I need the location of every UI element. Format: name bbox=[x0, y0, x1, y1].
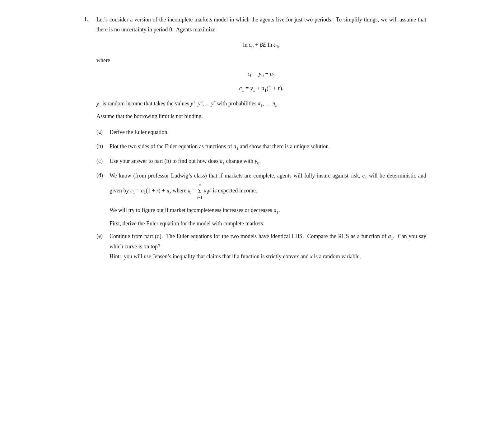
sub-items: (a) Derive the Euler equation. (b) Plot … bbox=[96, 127, 426, 261]
sub-item-a: (a) Derive the Euler equation. bbox=[96, 127, 426, 137]
sub-body-e: Continue from part (d). The Euler equati… bbox=[110, 232, 426, 261]
problem-item: 1. Let’s consider a version of the incom… bbox=[84, 15, 426, 266]
sub-body-c: Use your answer to part (b) to find out … bbox=[110, 156, 426, 167]
intro-paragraph: Let’s consider a version of the incomple… bbox=[96, 15, 426, 35]
sub-body-b: Plot the two sides of the Euler equation… bbox=[110, 142, 426, 152]
sub-item-c: (c) Use your answer to part (b) to find … bbox=[96, 156, 426, 167]
sub-body-d: We know (from professor Ludwig’s class) … bbox=[110, 171, 426, 201]
sub-item-b: (b) Plot the two sides of the Euler equa… bbox=[96, 142, 426, 152]
sub-body-a: Derive the Euler equation. bbox=[110, 127, 426, 137]
sub-d-cont2: First, derive the Euler equation for the… bbox=[110, 219, 426, 229]
eq2-display: c1 = y1 + a1(1 + r). bbox=[96, 84, 426, 94]
sub-label-d: (d) bbox=[96, 171, 106, 180]
y1-description: y1 is random income that takes the value… bbox=[96, 98, 426, 109]
page-content: 1. Let’s consider a version of the incom… bbox=[84, 15, 426, 266]
eq1-display: c0 = y0 − a1 bbox=[96, 69, 426, 79]
sub-d-cont1: We will try to figure out if market inco… bbox=[110, 205, 426, 216]
sub-label-e: (e) bbox=[96, 232, 106, 241]
utility-display: ln c0 + βE ln c1, bbox=[96, 40, 426, 50]
sub-item-e: (e) Continue from part (d). The Euler eq… bbox=[96, 232, 426, 261]
problem-body: Let’s consider a version of the incomple… bbox=[96, 15, 426, 266]
problem-number: 1. bbox=[84, 15, 96, 266]
where-label: where bbox=[96, 56, 426, 65]
borrowing-text: Assume that the borrowing limit is not b… bbox=[96, 112, 426, 122]
sub-label-b: (b) bbox=[96, 142, 106, 151]
sub-label-a: (a) bbox=[96, 127, 106, 136]
sub-item-d: (d) We know (from professor Ludwig’s cla… bbox=[96, 171, 426, 201]
sub-label-c: (c) bbox=[96, 156, 106, 165]
